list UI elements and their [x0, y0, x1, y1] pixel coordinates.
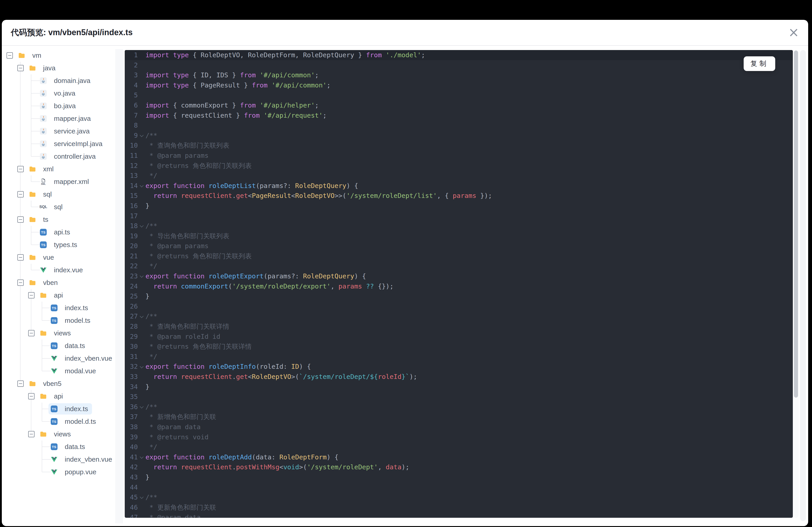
tree-file-index.ts[interactable]: TSindex.ts [2, 403, 115, 415]
code-line: 47 * @param data [125, 512, 793, 518]
tree-file-index.vue[interactable]: index.vue [2, 264, 115, 276]
tree-file-data.ts[interactable]: TSdata.ts [2, 340, 115, 352]
collapse-toggle-icon[interactable] [17, 216, 24, 223]
tree-item-label: model.d.ts [65, 418, 96, 425]
fold-chevron-icon[interactable] [140, 405, 144, 408]
code-line: 31 */ [125, 352, 793, 362]
tree-item-label: sql [43, 191, 52, 198]
fold-chevron-icon[interactable] [140, 364, 144, 368]
tree-file-api.ts[interactable]: TSapi.ts [2, 226, 115, 239]
collapse-toggle-icon[interactable] [17, 65, 24, 71]
collapse-toggle-icon[interactable] [28, 292, 34, 298]
copy-button[interactable]: 复制 [744, 56, 775, 71]
line-number: 35 [125, 392, 138, 402]
tree-folder-vm[interactable]: vm [2, 49, 115, 62]
tree-file-index_vben.vue[interactable]: index_vben.vue [2, 352, 115, 365]
tree-folder-vue[interactable]: vue [2, 251, 115, 264]
code-text: * @param params [145, 241, 793, 251]
collapse-toggle-icon[interactable] [28, 431, 34, 437]
tree-file-sql[interactable]: SQLsql [2, 201, 115, 213]
tree-item-label: vue [43, 254, 54, 261]
sql-file-icon: SQL [40, 204, 47, 210]
line-number: 11 [125, 151, 138, 161]
code-text [145, 392, 793, 402]
tree-file-domain.java[interactable]: domain.java [2, 74, 115, 87]
code-text: * @returns 角色和部门关联列表 [145, 251, 793, 261]
code-text: /** [145, 402, 793, 412]
code-text: * @param params [145, 151, 793, 161]
close-icon[interactable]: × [787, 25, 800, 40]
fold-chevron-icon[interactable] [140, 224, 144, 227]
tree-file-mapper.xml[interactable]: XMLmapper.xml [2, 175, 115, 188]
folder-icon [29, 65, 36, 72]
fold-chevron-icon[interactable] [140, 274, 144, 278]
tree-folder-api[interactable]: api [2, 390, 115, 403]
collapse-toggle-icon[interactable] [17, 254, 24, 260]
code-text: import { commonExport } from '#/api/help… [145, 100, 793, 110]
tree-file-data.ts[interactable]: TSdata.ts [2, 440, 115, 453]
line-number: 24 [125, 281, 138, 291]
fold-chevron-icon[interactable] [140, 495, 144, 499]
line-number: 27 [125, 311, 138, 321]
tree-file-model.d.ts[interactable]: TSmodel.d.ts [2, 415, 115, 428]
tree-folder-vben5[interactable]: vben5 [2, 377, 115, 390]
typescript-file-icon: TS [51, 317, 58, 324]
line-number: 44 [125, 482, 138, 493]
tree-folder-vben[interactable]: vben [2, 276, 115, 289]
fold-chevron-icon[interactable] [140, 133, 144, 137]
code-scrollbar[interactable] [793, 50, 799, 518]
code-scrollbar-thumb[interactable] [794, 50, 798, 397]
code-text: return requestClient.postWithMsg<void>('… [145, 462, 793, 472]
tree-file-types.ts[interactable]: TStypes.ts [2, 239, 115, 251]
tree-folder-java[interactable]: java [2, 62, 115, 74]
tree-file-controller.java[interactable]: controller.java [2, 150, 115, 163]
tree-item-label: sql [54, 203, 62, 211]
tree-file-popup.vue[interactable]: popup.vue [2, 466, 115, 478]
fold-chevron-icon[interactable] [140, 455, 144, 459]
code-line: 32export function roleDeptInfo(roleId: I… [125, 362, 793, 372]
tree-file-service.java[interactable]: service.java [2, 125, 115, 137]
tree-item-label: controller.java [54, 153, 96, 160]
code-line: 28 * 查询角色和部门关联详情 [125, 321, 793, 332]
collapse-toggle-icon[interactable] [28, 330, 34, 336]
tree-item-label: index_vben.vue [65, 355, 112, 362]
fold-chevron-icon[interactable] [140, 183, 144, 187]
tree-folder-sql[interactable]: sql [2, 188, 115, 201]
tree-folder-views[interactable]: views [2, 327, 115, 340]
collapse-toggle-icon[interactable] [28, 393, 34, 400]
tree-file-mapper.java[interactable]: mapper.java [2, 112, 115, 125]
line-number: 15 [125, 191, 138, 201]
modal-scrollbar-track[interactable] [800, 50, 806, 521]
collapse-toggle-icon[interactable] [6, 52, 13, 59]
code-text: return commonExport('/system/roleDept/ex… [145, 281, 793, 291]
file-tree: vmjavadomain.javavo.javabo.javamapper.ja… [2, 49, 115, 480]
folder-icon [29, 380, 36, 387]
collapse-toggle-icon[interactable] [17, 191, 24, 197]
line-number: 26 [125, 301, 138, 312]
tree-file-modal.vue[interactable]: modal.vue [2, 365, 115, 377]
code-text: export function roleDeptAdd(data: RoleDe… [145, 452, 793, 462]
line-number: 8 [125, 120, 138, 131]
collapse-toggle-icon[interactable] [17, 166, 24, 172]
tree-file-index.ts[interactable]: TSindex.ts [2, 302, 115, 314]
tree-folder-api[interactable]: api [2, 289, 115, 302]
tree-folder-xml[interactable]: xml [2, 163, 115, 175]
typescript-file-icon: TS [40, 229, 47, 236]
code-text [145, 90, 793, 100]
tree-folder-views[interactable]: views [2, 428, 115, 440]
line-number: 39 [125, 432, 138, 442]
code-line: 5 [125, 90, 793, 100]
tree-file-model.ts[interactable]: TSmodel.ts [2, 314, 115, 327]
folder-icon [40, 431, 47, 437]
tree-file-index_vben.vue[interactable]: index_vben.vue [2, 453, 115, 466]
tree-file-bo.java[interactable]: bo.java [2, 100, 115, 112]
line-number: 2 [125, 60, 138, 70]
tree-file-vo.java[interactable]: vo.java [2, 87, 115, 100]
collapse-toggle-icon[interactable] [17, 380, 24, 387]
tree-folder-ts[interactable]: ts [2, 213, 115, 226]
code-editor: 1import type { RoleDeptVO, RoleDeptForm,… [125, 50, 793, 518]
fold-chevron-icon[interactable] [140, 314, 144, 318]
tree-file-serviceImpl.java[interactable]: serviceImpl.java [2, 137, 115, 150]
tree-scrollbar-track[interactable] [115, 49, 123, 523]
collapse-toggle-icon[interactable] [17, 280, 24, 286]
